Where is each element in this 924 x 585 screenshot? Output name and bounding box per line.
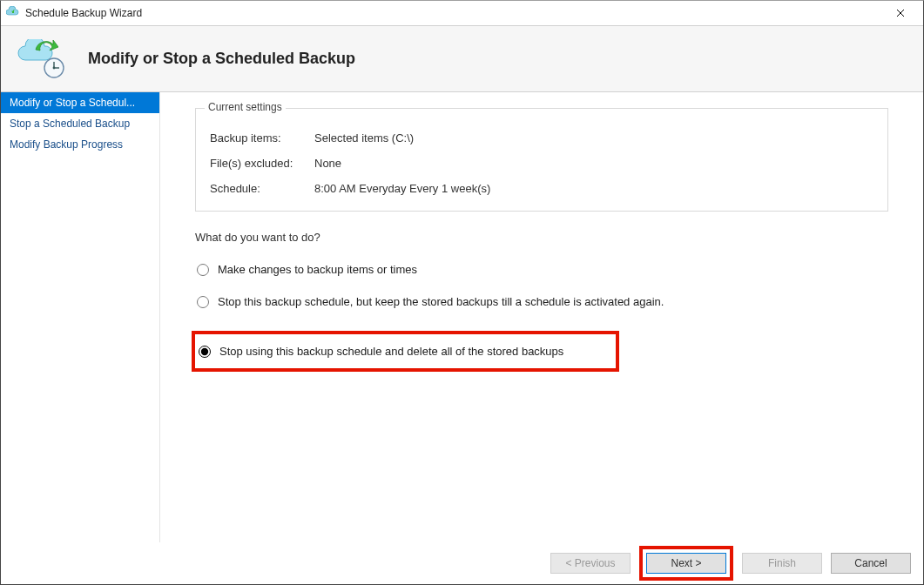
cancel-button[interactable]: Cancel — [831, 553, 911, 574]
setting-label: Backup items: — [210, 131, 314, 145]
radio-label: Stop using this backup schedule and dele… — [219, 345, 563, 358]
setting-row-backup-items: Backup items: Selected items (C:\) — [210, 131, 873, 145]
step-stop-scheduled[interactable]: Stop a Scheduled Backup — [1, 113, 159, 134]
step-modify-progress[interactable]: Modify Backup Progress — [1, 134, 159, 155]
option-stop-delete[interactable]: Stop using this backup schedule and dele… — [197, 341, 563, 361]
wizard-window: Schedule Backup Wizard Modify or Stop a … — [0, 0, 924, 585]
wizard-header: Modify or Stop a Scheduled Backup — [1, 26, 923, 91]
wizard-steps-sidebar: Modify or Stop a Schedul... Stop a Sched… — [1, 92, 160, 542]
option-make-changes[interactable]: Make changes to backup items or times — [195, 259, 888, 279]
setting-row-files-excluded: File(s) excluded: None — [210, 157, 873, 170]
svg-point-3 — [53, 66, 56, 69]
wizard-footer: < Previous Next > Finish Cancel — [1, 542, 923, 584]
radio-label: Make changes to backup items or times — [218, 263, 417, 276]
radio-stop-keep[interactable] — [197, 296, 209, 308]
setting-value: 8:00 AM Everyday Every 1 week(s) — [314, 182, 873, 195]
finish-button: Finish — [742, 553, 822, 574]
prompt-question: What do you want to do? — [195, 231, 888, 244]
window-title: Schedule Backup Wizard — [25, 7, 883, 19]
setting-value: Selected items (C:\) — [314, 131, 873, 145]
option-stop-keep[interactable]: Stop this backup schedule, but keep the … — [195, 292, 888, 312]
wizard-main: Current settings Backup items: Selected … — [160, 92, 923, 542]
current-settings-group: Current settings Backup items: Selected … — [195, 108, 888, 212]
app-icon — [6, 6, 20, 20]
backup-logo-icon — [17, 37, 67, 81]
setting-row-schedule: Schedule: 8:00 AM Everyday Every 1 week(… — [210, 182, 873, 195]
option-stop-delete-highlight: Stop using this backup schedule and dele… — [192, 331, 619, 372]
previous-button: < Previous — [550, 553, 631, 574]
radio-make-changes[interactable] — [197, 264, 209, 276]
close-icon — [896, 9, 905, 17]
page-title: Modify or Stop a Scheduled Backup — [88, 50, 355, 68]
radio-label: Stop this backup schedule, but keep the … — [218, 295, 664, 308]
titlebar: Schedule Backup Wizard — [1, 1, 923, 25]
radio-stop-delete[interactable] — [199, 346, 211, 358]
setting-label: File(s) excluded: — [210, 157, 314, 170]
current-settings-legend: Current settings — [205, 101, 286, 113]
close-button[interactable] — [883, 3, 918, 24]
setting-value: None — [314, 157, 873, 170]
step-modify-or-stop[interactable]: Modify or Stop a Schedul... — [1, 92, 159, 113]
next-button-highlight: Next > — [639, 546, 733, 581]
wizard-body: Modify or Stop a Schedul... Stop a Sched… — [1, 92, 923, 542]
setting-label: Schedule: — [210, 182, 314, 195]
next-button[interactable]: Next > — [646, 553, 726, 574]
